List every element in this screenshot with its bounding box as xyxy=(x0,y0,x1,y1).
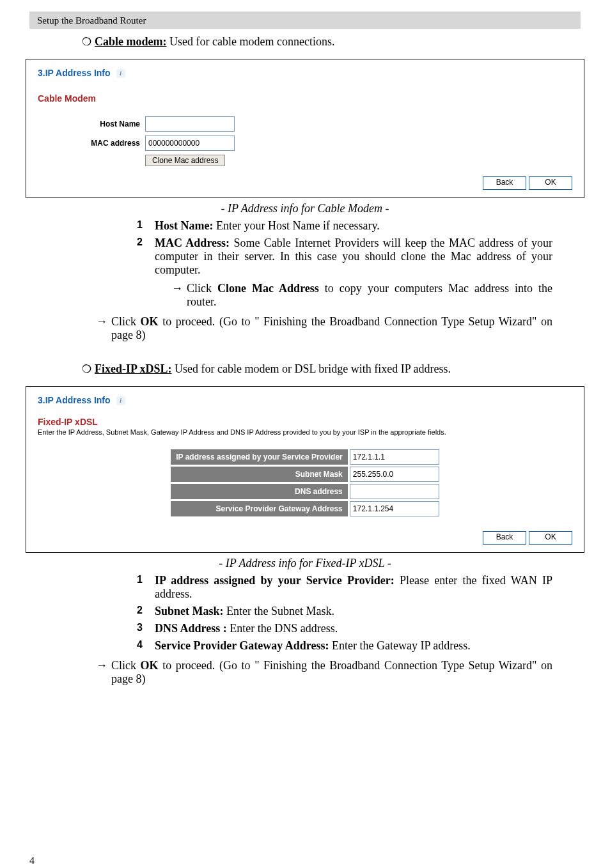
list1-item-1: 1 Host Name: Enter your Host Name if nec… xyxy=(137,219,552,233)
ip-input[interactable] xyxy=(350,449,439,465)
list2-item-1: 1 IP address assigned by your Service Pr… xyxy=(137,574,552,601)
list2-label-2: Subnet Mask: xyxy=(155,605,224,617)
ok-button[interactable]: OK xyxy=(529,176,572,190)
list1-label-2: MAC Address: xyxy=(155,236,230,249)
host-name-input[interactable] xyxy=(145,116,235,132)
fixed-ip-text: Used for cable modem or DSL bridge with … xyxy=(172,362,451,375)
clone-bold: Clone Mac Address xyxy=(217,282,319,295)
list2-num-2: 2 xyxy=(137,605,155,618)
mac-address-input[interactable] xyxy=(145,136,235,151)
list2-item-3: 3 DNS Address : Enter the DNS address. xyxy=(137,622,552,635)
ok-hint-1: → Click OK to proceed. (Go to " Finishin… xyxy=(96,315,552,342)
bullet-icon: ❍ xyxy=(82,362,95,376)
cable-modem-label: Cable modem: xyxy=(95,35,166,48)
caption-fixed: - IP Address info for Fixed-IP xDSL - xyxy=(0,557,610,570)
list2-item-2: 2 Subnet Mask: Enter the Subnet Mask. xyxy=(137,605,552,618)
list1-label-1: Host Name: xyxy=(155,219,213,232)
ok-button[interactable]: OK xyxy=(529,531,572,545)
ok1-pre: Click xyxy=(111,315,141,328)
mask-input[interactable] xyxy=(350,467,439,482)
ok2-pre: Click xyxy=(111,659,141,672)
list1-num-2: 2 xyxy=(137,236,155,309)
panel2-desc: Enter the IP Address, Subnet Mask, Gatew… xyxy=(38,428,572,436)
fixed-ip-label: Fixed-IP xDSL: xyxy=(95,362,172,375)
arrow-icon: → xyxy=(96,315,111,342)
page-number: 4 xyxy=(29,855,35,867)
gw-input[interactable] xyxy=(350,501,439,516)
list2-text-2: Enter the Subnet Mask. xyxy=(224,605,334,617)
panel1-subtitle: Cable Modem xyxy=(38,93,572,104)
fixed-ip-panel: 3.IP Address Info i Fixed-IP xDSL Enter … xyxy=(26,386,584,553)
gw-label: Service Provider Gateway Address xyxy=(171,501,348,516)
back-button[interactable]: Back xyxy=(483,176,526,190)
fixed-ip-table: IP address assigned by your Service Prov… xyxy=(169,447,441,518)
dns-input[interactable] xyxy=(350,484,439,499)
bullet-icon: ❍ xyxy=(82,35,95,49)
host-name-label: Host Name xyxy=(38,120,145,128)
dns-label: DNS address xyxy=(171,484,348,499)
cable-modem-intro: ❍ Cable modem: Used for cable modem conn… xyxy=(82,35,552,49)
clone-pre: Click xyxy=(187,282,217,295)
ok-hint-2: → Click OK to proceed. (Go to " Finishin… xyxy=(96,659,552,686)
list2-label-4: Service Provider Gateway Address: xyxy=(155,639,329,652)
list2-num-3: 3 xyxy=(137,622,155,635)
caption-cable: - IP Address info for Cable Modem - xyxy=(0,202,610,215)
page-header: Setup the Broadband Router xyxy=(29,12,581,29)
cable-modem-panel: 3.IP Address Info i Cable Modem Host Nam… xyxy=(26,59,584,198)
list1-text-1: Enter your Host Name if necessary. xyxy=(213,219,379,232)
ip-label: IP address assigned by your Service Prov… xyxy=(171,449,348,465)
help-icon[interactable]: i xyxy=(116,69,125,78)
clone-mac-button[interactable]: Clone Mac address xyxy=(145,155,225,166)
mac-address-label: MAC address xyxy=(38,139,145,148)
panel2-subtitle: Fixed-IP xDSL xyxy=(38,417,572,427)
cable-modem-text: Used for cable modem connections. xyxy=(166,35,334,48)
panel2-title: 3.IP Address Info xyxy=(38,395,111,405)
back-button[interactable]: Back xyxy=(483,531,526,545)
mask-label: Subnet Mask xyxy=(171,467,348,482)
panel1-title: 3.IP Address Info xyxy=(38,68,111,78)
ok1-bold: OK xyxy=(141,315,159,328)
list2-label-1: IP address assigned by your Service Prov… xyxy=(155,574,395,587)
list2-num-4: 4 xyxy=(137,639,155,653)
list2-item-4: 4 Service Provider Gateway Address: Ente… xyxy=(137,639,552,653)
ok1-post: to proceed. (Go to " Finishing the Broad… xyxy=(111,315,552,341)
ok2-bold: OK xyxy=(141,659,159,672)
list1-num-1: 1 xyxy=(137,219,155,233)
list2-text-4: Enter the Gateway IP address. xyxy=(329,639,470,652)
clone-hint: → Click Clone Mac Address to copy your c… xyxy=(171,282,552,309)
list2-text-3: Enter the DNS address. xyxy=(227,622,338,635)
list1-item-2: 2 MAC Address: Some Cable Internet Provi… xyxy=(137,236,552,309)
fixed-ip-intro: ❍ Fixed-IP xDSL: Used for cable modem or… xyxy=(82,362,552,376)
arrow-icon: → xyxy=(171,282,187,309)
arrow-icon: → xyxy=(96,659,111,686)
list2-num-1: 1 xyxy=(137,574,155,601)
ok2-post: to proceed. (Go to " Finishing the Broad… xyxy=(111,659,552,685)
help-icon[interactable]: i xyxy=(116,396,125,405)
list2-label-3: DNS Address : xyxy=(155,622,227,635)
